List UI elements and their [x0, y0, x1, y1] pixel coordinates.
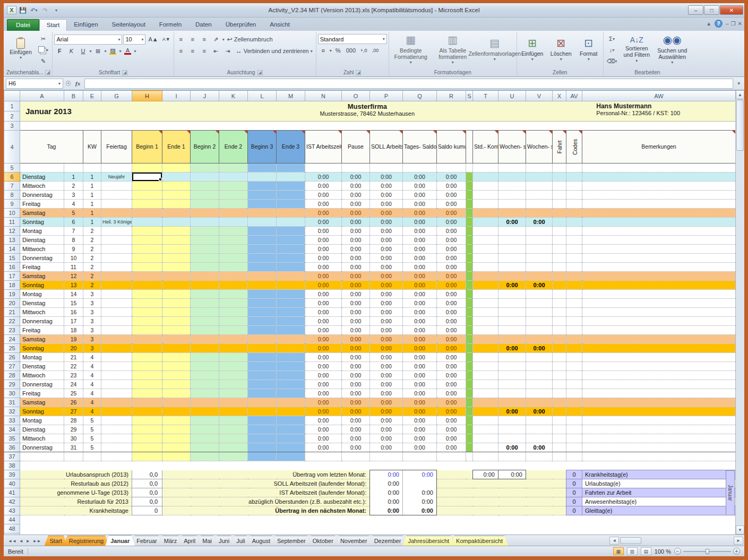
calculated-time-cell[interactable]: 0:00	[437, 407, 466, 416]
column-header-A[interactable]: A	[20, 91, 64, 101]
row-header-36[interactable]: 36	[4, 443, 20, 452]
calculated-time-cell[interactable]: 0:00	[437, 326, 466, 335]
row-header-16[interactable]: 16	[4, 263, 20, 272]
time-entry-cell[interactable]	[277, 425, 305, 434]
calculated-time-cell[interactable]: 0:00	[342, 245, 370, 254]
sheet-tab-märz[interactable]: März	[159, 536, 182, 546]
calculated-time-cell[interactable]: 0:00	[403, 362, 437, 371]
calculated-time-cell[interactable]: 0:00	[370, 353, 403, 362]
time-entry-cell[interactable]	[277, 254, 305, 263]
row-header-18[interactable]: 18	[4, 281, 20, 290]
empty-row[interactable]	[20, 533, 736, 535]
row-header-43[interactable]: 43	[4, 506, 20, 515]
std-konto-cell[interactable]	[473, 218, 498, 227]
std-konto-cell[interactable]	[473, 371, 498, 380]
week-hours-cell[interactable]	[526, 254, 553, 263]
time-entry-cell[interactable]	[219, 416, 248, 425]
time-entry-cell[interactable]	[162, 389, 191, 398]
date-cell[interactable]: 22	[64, 362, 83, 371]
time-entry-cell[interactable]	[191, 281, 219, 290]
increase-indent-icon[interactable]: ⇥	[222, 46, 233, 56]
sheet-tab-april[interactable]: April	[178, 536, 201, 546]
bemerkungen-cell[interactable]	[582, 344, 736, 353]
time-entry-cell[interactable]	[191, 380, 219, 389]
grid-cell[interactable]	[582, 163, 736, 173]
summary-left-value[interactable]: 0,0	[132, 479, 162, 488]
time-entry-cell[interactable]	[162, 263, 191, 272]
time-entry-cell[interactable]	[277, 434, 305, 443]
time-entry-cell[interactable]	[219, 434, 248, 443]
codes-cell[interactable]	[566, 443, 582, 452]
week-hours-cell[interactable]: 0:00	[526, 407, 553, 416]
row-header-15[interactable]: 15	[4, 254, 20, 263]
calculated-time-cell[interactable]: 0:00	[305, 173, 342, 182]
calculated-time-cell[interactable]: 0:00	[403, 416, 437, 425]
calculated-time-cell[interactable]: 0:00	[342, 209, 370, 218]
time-entry-cell[interactable]	[191, 227, 219, 236]
fahrt-cell[interactable]	[553, 380, 566, 389]
column-header-N[interactable]: N	[305, 91, 342, 101]
time-entry-cell[interactable]	[191, 443, 219, 452]
close-button[interactable]: ✕	[720, 5, 743, 15]
undo-icon[interactable]: ↶▾	[29, 6, 39, 14]
calculated-time-cell[interactable]: 0:00	[305, 209, 342, 218]
week-saldo-cell[interactable]	[498, 236, 526, 245]
week-hours-cell[interactable]	[526, 200, 553, 209]
currency-format-button[interactable]: ¤	[318, 45, 329, 56]
week-hours-cell[interactable]	[526, 263, 553, 272]
bemerkungen-cell[interactable]	[582, 317, 736, 326]
day-name-cell[interactable]: Freitag	[20, 326, 64, 335]
kw-cell[interactable]: 3	[83, 317, 101, 326]
kw-cell[interactable]: 1	[83, 173, 101, 182]
kw-cell[interactable]: 2	[83, 254, 101, 263]
holiday-name-cell[interactable]	[101, 335, 132, 344]
time-entry-cell[interactable]	[248, 353, 277, 362]
row-header-14[interactable]: 14	[4, 245, 20, 254]
calculated-time-cell[interactable]: 0:00	[370, 245, 403, 254]
codes-cell[interactable]	[566, 389, 582, 398]
column-header-U[interactable]: U	[498, 91, 526, 101]
grid-cell[interactable]	[498, 163, 526, 173]
summary-left-value[interactable]: 0	[132, 506, 162, 515]
sheet-tab-august[interactable]: August	[247, 536, 276, 546]
time-entry-cell[interactable]	[132, 182, 162, 191]
codes-cell[interactable]	[566, 245, 582, 254]
row-header-19[interactable]: 19	[4, 290, 20, 299]
calculated-time-cell[interactable]: 0:00	[437, 317, 466, 326]
calculated-time-cell[interactable]: 0:00	[305, 353, 342, 362]
ribbon-tab-start[interactable]: Start	[39, 19, 67, 31]
grid-cell[interactable]	[342, 452, 370, 461]
day-name-cell[interactable]: Montag	[20, 290, 64, 299]
time-entry-cell[interactable]	[219, 236, 248, 245]
time-entry-cell[interactable]	[132, 218, 162, 227]
calculated-time-cell[interactable]: 0:00	[370, 299, 403, 308]
calculated-time-cell[interactable]: 0:00	[370, 254, 403, 263]
italic-button[interactable]: K	[66, 46, 76, 56]
calculated-time-cell[interactable]: 0:00	[437, 272, 466, 281]
time-entry-cell[interactable]	[219, 245, 248, 254]
calculated-time-cell[interactable]: 0:00	[403, 407, 437, 416]
row-header-24[interactable]: 24	[4, 335, 20, 344]
week-hours-cell[interactable]	[526, 425, 553, 434]
time-entry-cell[interactable]	[277, 227, 305, 236]
time-entry-cell[interactable]	[191, 263, 219, 272]
calculated-time-cell[interactable]: 0:00	[342, 254, 370, 263]
calculated-time-cell[interactable]: 0:00	[370, 398, 403, 407]
date-cell[interactable]: 5	[64, 209, 83, 218]
calculated-time-cell[interactable]: 0:00	[437, 362, 466, 371]
day-name-cell[interactable]: Sonntag	[20, 281, 64, 290]
codes-cell[interactable]	[566, 254, 582, 263]
calculated-time-cell[interactable]: 0:00	[342, 344, 370, 353]
time-entry-cell[interactable]	[162, 281, 191, 290]
row-header-8[interactable]: 8	[4, 191, 20, 200]
column-header-G[interactable]: G	[101, 91, 132, 101]
holiday-name-cell[interactable]	[101, 263, 132, 272]
empty-row[interactable]	[20, 524, 736, 533]
std-konto-cell[interactable]	[473, 335, 498, 344]
vertical-scrollbar[interactable]: ▲ ▼	[735, 90, 744, 535]
insert-cells-button[interactable]: ⊞Einfügen▾	[519, 32, 546, 66]
kw-cell[interactable]: 2	[83, 272, 101, 281]
std-konto-cell[interactable]	[473, 416, 498, 425]
std-konto-cell[interactable]	[473, 299, 498, 308]
week-hours-cell[interactable]	[526, 335, 553, 344]
